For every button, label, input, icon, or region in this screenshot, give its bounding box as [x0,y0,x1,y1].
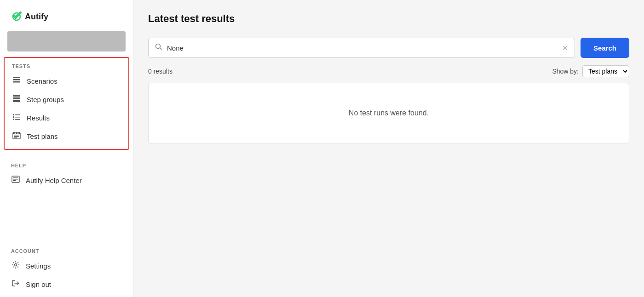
svg-rect-5 [13,97,20,99]
main-content: Latest test results ✕ Search 0 results S… [133,0,644,297]
svg-rect-15 [16,132,17,134]
step-groups-label: Step groups [27,96,64,103]
tests-section: TESTS Scenarios Step groups [4,57,129,150]
settings-label: Settings [26,262,51,270]
show-by-label: Show by: [552,68,579,75]
page-title: Latest test results [148,13,629,25]
svg-rect-18 [14,136,19,137]
sidebar-item-help-center[interactable]: Autify Help Center [4,171,129,189]
svg-rect-21 [13,177,18,178]
logo-area: Autify [0,0,133,31]
svg-rect-17 [14,135,19,136]
empty-state: No test runs were found. [148,83,629,143]
results-icon [12,113,21,123]
tests-section-label: TESTS [5,62,128,72]
empty-message: No test runs were found. [349,109,429,117]
search-box: ✕ [148,38,575,58]
search-row: ✕ Search [148,38,629,58]
svg-rect-7 [13,114,14,115]
search-box-icon [155,43,162,52]
results-count: 0 results [148,68,172,75]
sidebar-item-results[interactable]: Results [5,109,128,127]
svg-rect-12 [15,119,20,120]
results-label: Results [27,114,50,122]
svg-rect-19 [14,137,17,138]
svg-rect-4 [13,95,20,97]
sidebar-item-settings[interactable]: Settings [4,257,129,275]
search-button[interactable]: Search [581,38,629,58]
svg-rect-22 [13,179,18,180]
svg-point-24 [15,264,17,266]
autify-logo-svg: Autify [11,9,66,24]
help-center-icon [11,175,20,185]
svg-rect-1 [13,77,20,78]
show-by-select[interactable]: Test plans Scenarios [582,65,629,77]
results-bar: 0 results Show by: Test plans Scenarios [148,65,629,77]
svg-rect-3 [13,81,20,83]
help-section: HELP Autify Help Center [4,157,129,193]
svg-rect-14 [13,132,15,134]
account-section: ACCOUNT Settings Sign out [4,243,129,297]
autify-logo: Autify [11,9,66,24]
show-by-container: Show by: Test plans Scenarios [552,65,629,77]
settings-icon [11,261,20,271]
scenarios-label: Scenarios [27,77,58,85]
svg-rect-2 [13,79,20,80]
test-plans-icon [12,131,21,141]
sidebar-item-scenarios[interactable]: Scenarios [5,72,128,90]
svg-rect-9 [13,116,14,118]
account-section-label: ACCOUNT [4,246,129,257]
svg-rect-10 [15,117,20,118]
svg-rect-11 [13,119,14,120]
svg-rect-23 [13,180,16,181]
svg-rect-16 [18,132,20,134]
svg-text:Autify: Autify [25,12,48,21]
help-center-label: Autify Help Center [26,177,82,184]
svg-rect-8 [15,114,20,115]
workspace-placeholder [7,31,126,51]
sign-out-label: Sign out [26,280,51,288]
clear-search-icon[interactable]: ✕ [562,44,568,52]
search-input[interactable] [167,44,562,52]
svg-line-27 [160,48,162,50]
help-section-label: HELP [4,161,129,171]
svg-rect-6 [13,100,20,102]
sidebar: Autify TESTS Scenarios [0,0,133,297]
sidebar-item-step-groups[interactable]: Step groups [5,90,128,109]
step-groups-icon [12,94,21,104]
scenarios-icon [12,76,21,86]
sidebar-item-test-plans[interactable]: Test plans [5,127,128,145]
test-plans-label: Test plans [27,132,58,140]
sidebar-item-sign-out[interactable]: Sign out [4,275,129,293]
sign-out-icon [11,279,20,289]
